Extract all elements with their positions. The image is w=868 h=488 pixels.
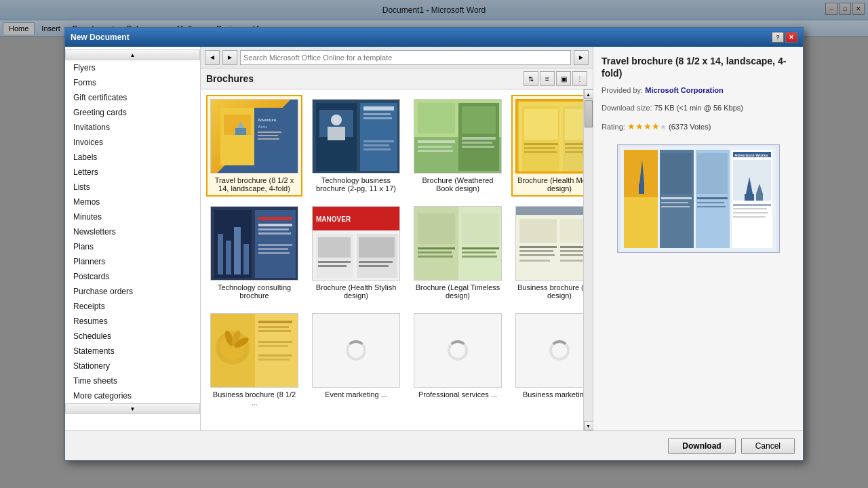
sidebar-item-postcards[interactable]: Postcards	[65, 269, 200, 284]
svg-text:MANOVER: MANOVER	[316, 216, 351, 223]
sidebar-item-more-categories[interactable]: More categories	[65, 388, 200, 403]
template-label-health-stylish: Brochure (Health Stylish design)	[312, 283, 400, 300]
template-item-biz-marketing[interactable]: Business marketing ...	[511, 309, 583, 411]
svg-rect-71	[418, 214, 455, 244]
forward-button[interactable]: ►	[222, 50, 237, 65]
modal-overlay: New Document ? ✕ ▲ Flyers Forms Gift cer…	[0, 0, 868, 488]
search-input[interactable]	[240, 50, 571, 65]
dialog-help-button[interactable]: ?	[772, 32, 784, 43]
download-size-label: Download size:	[601, 104, 652, 112]
svg-rect-118	[697, 202, 724, 203]
template-item-travel[interactable]: Adventure Works Trav	[206, 95, 302, 197]
template-item-health[interactable]: Brochure (Health Modern design)	[511, 95, 583, 197]
svg-rect-36	[524, 109, 558, 140]
svg-rect-80	[516, 207, 583, 215]
sidebar-item-forms[interactable]: Forms	[65, 75, 200, 90]
sidebar-item-gift-certificates[interactable]: Gift certificates	[65, 90, 200, 105]
download-button[interactable]: Download	[668, 438, 735, 454]
template-item-biz-half[interactable]: Business brochure (8 1/2 ...	[206, 309, 302, 411]
main-content: ◄ ► ► Brochures ⇅ ≡ ▣ ⋮	[201, 47, 593, 430]
svg-rect-102	[258, 345, 288, 347]
sidebar-item-labels[interactable]: Labels	[65, 150, 200, 165]
template-thumb-weathered	[414, 99, 502, 174]
sidebar-item-invitations[interactable]: Invitations	[65, 120, 200, 135]
sidebar-item-lists[interactable]: Lists	[65, 180, 200, 195]
svg-rect-117	[697, 197, 728, 199]
sidebar-item-time-sheets[interactable]: Time sheets	[65, 373, 200, 388]
sidebar-item-statements[interactable]: Statements	[65, 344, 200, 359]
svg-rect-7	[258, 131, 281, 133]
sidebar-item-plans[interactable]: Plans	[65, 239, 200, 254]
sidebar-item-newsletters[interactable]: Newsletters	[65, 224, 200, 239]
svg-rect-73	[418, 247, 455, 249]
template-item-consulting[interactable]: Technology consulting brochure	[206, 202, 302, 304]
sidebar-item-minutes[interactable]: Minutes	[65, 209, 200, 224]
sidebar-item-invoices[interactable]: Invoices	[65, 135, 200, 150]
svg-rect-16	[363, 106, 394, 110]
template-item-professional[interactable]: Professional services ...	[410, 309, 506, 411]
sidebar-item-receipts[interactable]: Receipts	[65, 299, 200, 314]
svg-rect-89	[560, 254, 583, 256]
search-go-button[interactable]: ►	[574, 50, 589, 65]
scroll-up-arrow[interactable]: ▲	[584, 89, 593, 99]
svg-rect-66	[318, 265, 347, 267]
svg-rect-24	[418, 103, 455, 134]
search-bar: ◄ ► ►	[201, 47, 593, 68]
dialog-titlebar: New Document ? ✕	[65, 28, 803, 47]
svg-point-14	[331, 115, 342, 125]
view-list-button[interactable]: ≡	[540, 71, 555, 86]
svg-rect-87	[560, 246, 583, 248]
sidebar-item-resumes[interactable]: Resumes	[65, 314, 200, 329]
template-item-health-stylish[interactable]: MANOVER	[308, 202, 404, 304]
sort-button[interactable]: ⇅	[524, 71, 538, 86]
preview-title: Travel brochure (8 1/2 x 14, landscape, …	[601, 55, 795, 79]
sidebar-item-planners[interactable]: Planners	[65, 254, 200, 269]
svg-rect-84	[519, 250, 553, 252]
sidebar-item-flyers[interactable]: Flyers	[65, 60, 200, 75]
svg-rect-20	[363, 144, 389, 146]
svg-rect-50	[243, 244, 249, 274]
template-thumb-professional	[414, 313, 502, 388]
view-large-button[interactable]: ▣	[556, 71, 571, 86]
svg-rect-90	[560, 260, 583, 262]
sidebar-item-purchase-orders[interactable]: Purchase orders	[65, 284, 200, 299]
svg-text:Adventure: Adventure	[258, 118, 277, 122]
template-item-weathered[interactable]: Brochure (Weathered Book design)	[410, 95, 506, 197]
sidebar-item-schedules[interactable]: Schedules	[65, 329, 200, 344]
template-item-business-level[interactable]: Business brochure (Level design)	[511, 202, 583, 304]
svg-rect-98	[258, 321, 292, 323]
scroll-down-arrow[interactable]: ▼	[584, 421, 593, 430]
dialog-footer: Download Cancel	[65, 430, 803, 460]
dialog-close-button[interactable]: ✕	[785, 32, 797, 43]
svg-rect-129	[733, 208, 767, 209]
template-item-event-marketing[interactable]: Event marketing ...	[308, 309, 404, 411]
scroll-thumb[interactable]	[585, 100, 593, 127]
loading-spinner-professional	[448, 340, 468, 361]
svg-rect-17	[363, 113, 391, 115]
template-item-tech-biz[interactable]: Technology business brochure (2-pg, 11 x…	[308, 95, 404, 197]
templates-scroll[interactable]: Adventure Works Trav	[201, 89, 583, 430]
svg-rect-52	[258, 224, 292, 226]
svg-text:Adventure Works: Adventure Works	[734, 153, 768, 157]
word-background: Document1 - Microsoft Word – □ ✕ Home In…	[0, 0, 868, 488]
svg-rect-15	[328, 127, 345, 140]
sidebar-item-greeting-cards[interactable]: Greeting cards	[65, 105, 200, 120]
loading-spinner-biz-marketing	[549, 340, 570, 361]
template-thumb-travel: Adventure Works	[210, 99, 298, 174]
sidebar-item-letters[interactable]: Letters	[65, 165, 200, 180]
back-button[interactable]: ◄	[205, 50, 220, 65]
svg-rect-31	[462, 142, 492, 144]
svg-rect-68	[359, 265, 389, 267]
template-label-legal: Brochure (Legal Timeless design)	[414, 283, 502, 300]
svg-rect-79	[516, 207, 583, 281]
sidebar-item-memos[interactable]: Memos	[65, 195, 200, 209]
svg-rect-38	[524, 143, 558, 145]
template-item-legal[interactable]: Brochure (Legal Timeless design)	[410, 202, 506, 304]
svg-rect-76	[462, 247, 499, 249]
svg-rect-101	[258, 341, 292, 343]
sidebar-scroll-down[interactable]: ▼	[65, 403, 200, 414]
cancel-button[interactable]: Cancel	[741, 438, 795, 454]
sidebar-scroll-up[interactable]: ▲	[65, 49, 200, 60]
sidebar-item-stationery[interactable]: Stationery	[65, 359, 200, 373]
view-small-button[interactable]: ⋮	[572, 71, 587, 86]
